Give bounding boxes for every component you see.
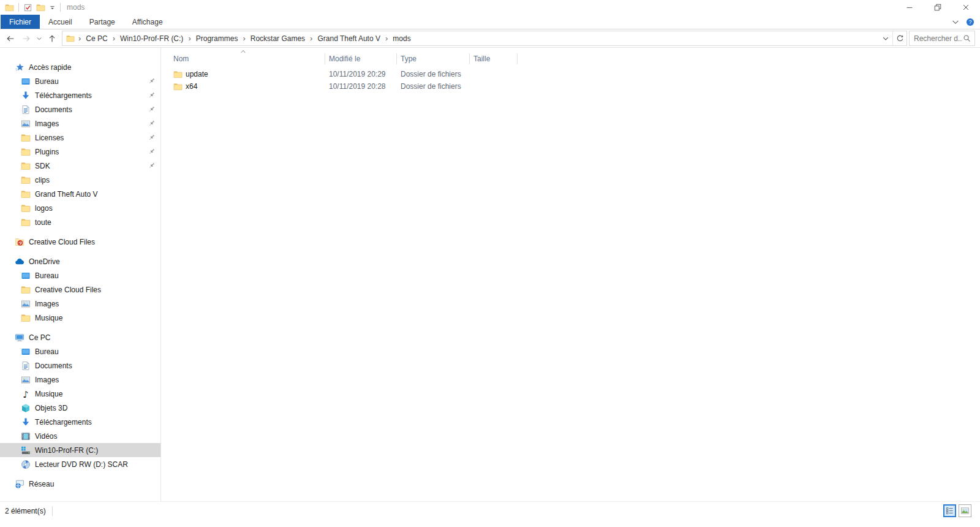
sidebar-item-bureau[interactable]: Bureau [0,344,160,358]
sidebar-item-reseau[interactable]: Réseau [0,477,160,491]
sidebar-item-bureau[interactable]: Bureau [0,74,160,88]
up-button[interactable] [44,31,60,47]
breadcrumb-item-programmes[interactable]: Programmes [195,34,239,44]
close-icon [962,3,970,12]
sidebar-item-grand-theft-auto-v[interactable]: Grand Theft Auto V [0,187,160,201]
pin-icon [148,105,156,113]
sidebar-item-videos[interactable]: Vidéos [0,429,160,443]
sidebar-item-toute[interactable]: toute [0,215,160,229]
sidebar-item-logos[interactable]: logos [0,201,160,215]
sidebar-item-images[interactable]: Images [0,116,160,131]
pin-icon [148,148,156,156]
breadcrumb-item-ce-pc[interactable]: Ce PC [85,34,108,44]
tab-fichier[interactable]: Fichier [1,15,40,29]
sidebar-item-clips[interactable]: clips [0,173,160,187]
column-header-type[interactable]: Type [397,50,470,66]
forward-button[interactable] [18,31,34,47]
folder-icon [173,70,183,79]
breadcrumb-item-rockstar-games[interactable]: Rockstar Games [249,34,306,44]
window-controls [895,0,980,15]
quick-access-star-icon [15,63,24,72]
sidebar-item-creative-cloud-files[interactable]: Creative Cloud Files [0,235,160,249]
column-header-modifie-le[interactable]: Modifié le [325,50,397,66]
pin-icon [148,162,156,170]
navigation-pane: Accès rapideBureauTéléchargementsDocumen… [0,48,161,501]
sidebar-item-creative-cloud-files[interactable]: Creative Cloud Files [0,282,160,297]
thumbnails-view-button[interactable] [959,504,971,517]
sidebar-item-documents[interactable]: Documents [0,102,160,116]
crumb-chevron-icon[interactable]: › [75,34,85,42]
sidebar-item-ce-pc[interactable]: Ce PC [0,330,160,344]
folder-icon [21,189,31,199]
breadcrumb-item-win10-prof-fr-c[interactable]: Win10-Prof-FR (C:) [119,34,184,44]
sidebar-item-documents[interactable]: Documents [0,358,160,373]
folder-icon [173,82,183,91]
file-row-update[interactable]: update10/11/2019 20:29Dossier de fichier… [161,68,980,80]
crumb-chevron-icon[interactable]: › [239,34,249,42]
sidebar-item-licenses[interactable]: Licenses [0,131,160,145]
sidebar-item-musique[interactable]: Musique [0,311,160,325]
column-header-nom[interactable]: Nom [161,50,325,66]
crumb-chevron-icon[interactable]: › [306,34,316,42]
titlebar: mods [0,0,980,15]
column-header-taille[interactable]: Taille [470,50,518,66]
item-count: 2 élément(s) [5,507,46,515]
sidebar-item-sdk[interactable]: SDK [0,159,160,173]
restore-button[interactable] [924,0,952,15]
crumb-chevron-icon[interactable]: › [184,34,194,42]
app-icon [5,3,14,12]
tab-partage[interactable]: Partage [81,15,124,29]
pin-icon [148,77,156,85]
sidebar-item-telechargements[interactable]: Téléchargements [0,415,160,429]
recent-locations-button[interactable] [34,31,44,47]
back-button[interactable] [2,31,18,47]
sidebar-item-telechargements[interactable]: Téléchargements [0,88,160,102]
sidebar-item-onedrive[interactable]: OneDrive [0,254,160,268]
refresh-button[interactable] [893,31,907,45]
search-icon[interactable] [963,34,971,42]
properties-button[interactable] [21,3,34,12]
close-button[interactable] [952,0,980,15]
sidebar-item-label: Musique [35,390,62,398]
help-button[interactable]: ? [966,18,974,26]
breadcrumb-item-mods[interactable]: mods [391,34,412,44]
sidebar-item-label: Musique [35,314,62,322]
sidebar-item-bureau[interactable]: Bureau [0,268,160,282]
tab-accueil[interactable]: Accueil [40,15,81,29]
details-view-button[interactable] [943,504,956,517]
new-folder-button[interactable] [34,3,47,12]
minimize-button[interactable] [895,0,924,15]
folder-icon [21,133,31,143]
column-header-label: Nom [173,55,189,63]
status-bar: 2 élément(s) [0,501,980,520]
sidebar-item-plugins[interactable]: Plugins [0,145,160,159]
address-dropdown-button[interactable] [879,31,892,45]
sidebar-item-label: Accès rapide [29,63,71,72]
breadcrumb-items: ›Ce PC›Win10-Prof-FR (C:)›Programmes›Roc… [75,34,412,44]
breadcrumb[interactable]: ›Ce PC›Win10-Prof-FR (C:)›Programmes›Roc… [62,31,907,46]
crumb-chevron-icon[interactable]: › [109,34,119,42]
tab-affichage[interactable]: Affichage [124,15,172,29]
sidebar-item-musique[interactable]: ♪Musique [0,387,160,401]
sidebar-item-images[interactable]: Images [0,297,160,311]
picture-icon [21,299,31,309]
breadcrumb-item-grand-theft-auto-v[interactable]: Grand Theft Auto V [316,34,382,44]
folder-icon [21,285,31,295]
qat-customize-button[interactable] [47,4,58,11]
crumb-chevron-icon[interactable]: › [382,34,391,42]
sidebar-item-images[interactable]: Images [0,373,160,387]
restore-icon [933,3,942,12]
sidebar-item-label: OneDrive [29,257,60,266]
sidebar-item-objets-3d[interactable]: Objets 3D [0,401,160,415]
ribbon-expand-button[interactable] [951,18,960,26]
sidebar-item-lecteur-dvd-rw-d-scar[interactable]: Lecteur DVD RW (D:) SCAR [0,457,160,471]
sidebar-item-win10-prof-fr-c[interactable]: Win10-Prof-FR (C:) [0,443,160,457]
file-row-x64[interactable]: x6410/11/2019 20:28Dossier de fichiers [161,80,980,93]
file-rows: update10/11/2019 20:29Dossier de fichier… [161,68,980,93]
search-input[interactable] [910,34,963,43]
refresh-icon [896,34,904,42]
cube-3d-icon [21,403,31,413]
folder-icon [21,175,31,185]
file-list-pane: NomModifié leTypeTaille update10/11/2019… [161,48,980,501]
sidebar-item-acces-rapide[interactable]: Accès rapide [0,60,160,74]
